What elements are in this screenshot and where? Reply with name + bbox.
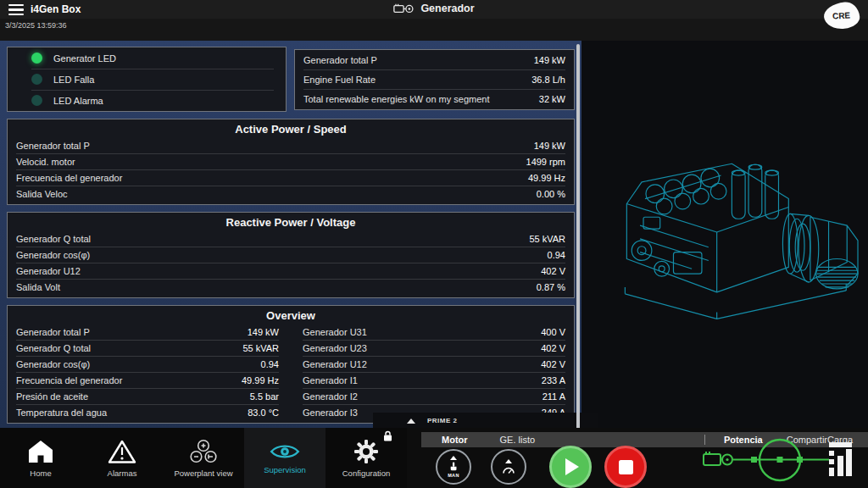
row-label: Generador Q total — [16, 234, 91, 244]
row-value: 55 kVAR — [242, 343, 279, 353]
row-label: Generador I1 — [303, 375, 358, 385]
led-label: LED Falla — [53, 75, 94, 85]
value-row: Generador I1233 A — [303, 373, 565, 389]
row-label: Generador I3 — [303, 408, 358, 418]
genset-icon — [393, 3, 415, 14]
fault-led-indicator — [31, 74, 42, 85]
panel-title: Reactive Power / Voltage — [8, 213, 574, 231]
row-label: Engine Fuel Rate — [303, 75, 376, 85]
row-label: Salida Volt — [16, 282, 60, 292]
row-value: 149 kW — [534, 141, 565, 151]
chevron-up-icon — [407, 419, 415, 424]
nav-item-powerplant-view[interactable]: Powerplant view — [163, 428, 244, 488]
value-row: Generador U12402 V — [16, 263, 565, 280]
row-value: 149 kW — [534, 55, 565, 65]
nav-item-home[interactable]: Home — [0, 428, 81, 488]
page-title-text: Generador — [420, 3, 474, 14]
bottom-bar: Home Alarmas Powerplant view — [0, 428, 868, 488]
value-row: Generador I2211 A — [303, 389, 565, 405]
single-line-mimic-diagram[interactable] — [702, 438, 861, 484]
value-row: Generador Q total55 kVAR — [16, 231, 565, 247]
value-row: Salida Veloc0.00 % — [16, 186, 565, 202]
led-row-falla: LED Falla — [31, 69, 274, 91]
row-value: 233 A — [542, 375, 565, 385]
led-row-generator: Generator LED — [31, 48, 274, 69]
alarm-triangle-icon — [108, 439, 136, 464]
summary-row: Total renewable energies kW on my segmen… — [303, 90, 565, 108]
summary-row: Generador total P 149 kW — [303, 51, 565, 70]
row-label: Generador Q total — [16, 343, 91, 353]
row-value: 0.87 % — [537, 282, 565, 292]
header: i4Gen Box 3/3/2025 13:59:36 Generador CR… — [0, 0, 868, 41]
value-row: Generador U23402 V — [303, 341, 565, 357]
nav-label: Alarmas — [108, 469, 137, 478]
mode-select-button[interactable]: MAN — [436, 449, 471, 485]
reactive-power-voltage-panel: Reactive Power / Voltage Generador Q tot… — [7, 212, 575, 298]
powerplant-icon — [189, 439, 218, 464]
row-value: 32 kW — [539, 94, 565, 104]
row-value: 149 kW — [248, 327, 279, 337]
nav-item-supervision[interactable]: Supervision — [244, 428, 326, 488]
engine-wireframe-illustration — [592, 125, 859, 337]
nav-label: Powerplant view — [174, 469, 232, 478]
led-label: Generator LED — [53, 53, 116, 64]
speed-adjust-button[interactable] — [491, 449, 526, 485]
eye-icon — [270, 442, 300, 461]
row-label: Total renewable energies kW on my segmen… — [303, 94, 490, 104]
row-label: Frecuencia del generador — [16, 375, 122, 385]
row-label: Temperatura del agua — [16, 408, 107, 418]
load-icon — [829, 442, 852, 476]
row-label: Presión de aceite — [16, 391, 88, 402]
row-value: 83.0 °C — [248, 408, 279, 418]
row-value: 0.94 — [261, 359, 279, 369]
row-label: Generador U31 — [303, 327, 367, 337]
vertical-scrollbar[interactable] — [576, 44, 580, 434]
panel-title: Overview — [8, 306, 574, 324]
overview-right-column: Generador U31400 V Generador U23402 V Ge… — [303, 324, 565, 420]
nav-label: Home — [30, 469, 51, 478]
row-value: 36.8 L/h — [531, 75, 565, 85]
arrow-up-icon — [505, 459, 512, 463]
row-value: 211 A — [542, 391, 565, 402]
row-label: Frecuencia del generador — [16, 173, 122, 183]
arrow-up-icon — [450, 456, 457, 460]
value-row: Temperatura del agua83.0 °C — [16, 405, 279, 420]
hand-mode-icon — [448, 462, 459, 471]
nav-label: Configuration — [342, 469, 391, 478]
bottom-nav: Home Alarmas Powerplant view — [0, 428, 407, 488]
row-value: 402 V — [541, 359, 565, 369]
row-label: Generador U23 — [303, 343, 367, 353]
row-label: Salida Veloc — [16, 189, 68, 199]
value-row: Generador cos(φ)0.94 — [16, 247, 565, 263]
led-row-alarma: LED Alarma — [31, 91, 274, 111]
man-mode-label: MAN — [448, 473, 459, 478]
control-area: Motor GE. listo Potencia CompartirCarga … — [407, 428, 868, 488]
control-bar-collapse-tab[interactable]: PRIME 2 — [373, 413, 598, 429]
row-label: Generador U12 — [303, 359, 367, 369]
stop-icon — [619, 460, 633, 474]
stop-button[interactable] — [604, 446, 647, 488]
row-value: 0.00 % — [537, 189, 565, 199]
value-row: Presión de aceite5.5 bar — [16, 389, 279, 405]
home-icon — [26, 439, 55, 464]
lock-icon — [383, 430, 392, 445]
row-label: Generador U12 — [16, 266, 81, 276]
value-row: Generador Q total55 kVAR — [16, 341, 279, 357]
row-value: 55 kVAR — [529, 234, 565, 244]
nav-label: Supervision — [264, 465, 306, 474]
row-value: 1499 rpm — [526, 157, 565, 167]
row-value: 5.5 bar — [250, 391, 279, 402]
value-row: Frecuencia del generador49.99 Hz — [16, 170, 565, 186]
value-row: Frecuencia del generador49.99 Hz — [16, 373, 279, 389]
nav-item-alarmas[interactable]: Alarmas — [81, 428, 163, 488]
value-row: Velocid. motor1499 rpm — [16, 154, 565, 170]
value-row: Salida Volt0.87 % — [16, 280, 565, 295]
row-label: Generador cos(φ) — [16, 250, 90, 260]
row-value: 49.99 Hz — [242, 375, 279, 385]
start-button[interactable] — [549, 446, 592, 488]
value-row: Generador total P149 kW — [16, 138, 565, 154]
play-icon — [565, 458, 579, 475]
overview-left-column: Generador total P149 kW Generador Q tota… — [16, 324, 279, 420]
value-row: Generador total P149 kW — [16, 324, 279, 341]
nav-item-configuration[interactable]: Configuration — [326, 428, 407, 488]
